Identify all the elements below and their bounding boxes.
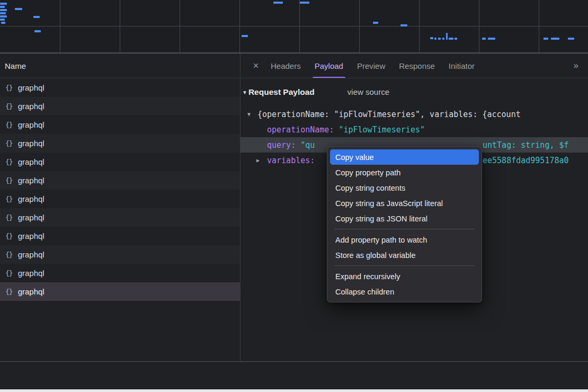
braces-icon: {} — [5, 158, 13, 166]
request-row[interactable]: {}graphql — [0, 190, 240, 208]
view-source-link[interactable]: view source — [348, 87, 389, 96]
request-name: graphql — [18, 269, 44, 278]
braces-icon: {} — [5, 195, 13, 203]
overview-activity-bar — [446, 33, 448, 40]
overview-activity-bar — [438, 38, 441, 40]
property-key: variables: — [267, 156, 315, 165]
context-menu-item[interactable]: Expand recursively — [330, 269, 479, 284]
braces-icon: {} — [5, 251, 13, 259]
section-twisty-icon[interactable]: ▼ — [242, 90, 247, 95]
context-menu-separator — [334, 229, 475, 229]
context-menu-item[interactable]: Copy string contents — [330, 180, 479, 195]
context-menu-item[interactable]: Add property path to watch — [330, 232, 479, 247]
context-menu-item[interactable]: Store as global variable — [330, 247, 479, 263]
request-name: graphql — [18, 250, 44, 259]
context-menu-item[interactable]: Copy string as JavaScript literal — [330, 195, 479, 211]
close-icon[interactable]: × — [248, 60, 264, 72]
overview-activity-bar — [373, 22, 378, 24]
overview-grid-line — [299, 0, 300, 52]
request-row[interactable]: {}graphql — [0, 264, 240, 282]
request-list: {}graphql{}graphql{}graphql{}graphql{}gr… — [0, 78, 240, 361]
request-row[interactable]: {}graphql — [0, 97, 240, 115]
overview-activity-bar — [455, 38, 457, 40]
overview-activity-bar — [33, 16, 40, 18]
tab-preview[interactable]: Preview — [350, 54, 392, 78]
braces-icon: {} — [5, 102, 13, 110]
tab-initiator[interactable]: Initiator — [442, 54, 482, 78]
main-area: Name {}graphql{}graphql{}graphql{}graphq… — [0, 54, 588, 361]
request-name: graphql — [18, 83, 44, 92]
overview-activity-bar — [551, 38, 559, 40]
request-payload-section-header: ▼ Request Payload view source — [240, 87, 588, 106]
property-value: "qu — [300, 140, 315, 150]
twisty-expanded-icon[interactable]: ▼ — [247, 111, 251, 117]
request-row[interactable]: {}graphql — [0, 245, 240, 264]
overview-activity-bar — [0, 9, 7, 11]
request-row[interactable]: {}graphql — [0, 282, 240, 301]
overview-grid-line — [419, 0, 420, 52]
tab-headers[interactable]: Headers — [264, 54, 308, 78]
status-bar — [0, 361, 588, 389]
overview-activity-bar — [34, 30, 41, 32]
braces-icon: {} — [5, 269, 13, 277]
context-menu-separator — [334, 265, 475, 266]
request-row[interactable]: {}graphql — [0, 171, 240, 190]
context-menu-item[interactable]: Copy property path — [330, 165, 479, 180]
network-overview[interactable] — [0, 0, 588, 54]
request-row[interactable]: {}graphql — [0, 227, 240, 245]
request-row[interactable]: {}graphql — [0, 153, 240, 171]
context-menu-item[interactable]: Collapse children — [330, 284, 479, 299]
tab-response[interactable]: Response — [392, 54, 442, 78]
request-name: graphql — [18, 287, 44, 296]
request-row[interactable]: {}graphql — [0, 134, 240, 153]
context-menu-item[interactable]: Copy value — [330, 149, 479, 165]
name-column-header[interactable]: Name — [0, 54, 240, 78]
request-name: graphql — [18, 102, 44, 111]
overview-grid-line — [539, 0, 539, 52]
overview-grid-line — [120, 0, 120, 52]
overview-activity-bar — [300, 2, 309, 4]
detail-tabs: × HeadersPayloadPreviewResponseInitiator… — [240, 54, 588, 78]
overview-activity-bar — [0, 15, 7, 17]
overview-activity-bar — [0, 6, 5, 8]
overview-activity-bar — [568, 38, 574, 40]
overview-activity-bar — [15, 8, 22, 10]
request-name: graphql — [18, 139, 44, 148]
overview-grid-line — [60, 0, 60, 52]
request-row[interactable]: {}graphql — [0, 115, 240, 134]
overview-activity-bar — [442, 38, 444, 40]
request-row[interactable]: {}graphql — [0, 208, 240, 227]
request-list-pane: Name {}graphql{}graphql{}graphql{}graphq… — [0, 54, 240, 361]
tree-row-operationname[interactable]: operationName:"ipFlowTimeseries" — [240, 122, 588, 137]
object-preview: {operationName: "ipFlowTimeseries", vari… — [257, 110, 521, 119]
braces-icon: {} — [5, 176, 13, 184]
overview-activity-bar — [0, 12, 6, 14]
context-menu-item[interactable]: Copy string as JSON literal — [330, 211, 479, 226]
overview-grid-line — [239, 0, 240, 52]
overview-activity-bar — [544, 38, 548, 40]
request-name: graphql — [18, 194, 44, 203]
braces-icon: {} — [5, 121, 13, 129]
request-row[interactable]: {}graphql — [0, 78, 240, 97]
overview-activity-bar — [482, 38, 486, 40]
tab-payload[interactable]: Payload — [308, 54, 350, 78]
braces-icon: {} — [5, 232, 13, 240]
overview-activity-bar — [242, 35, 248, 37]
overview-activity-bar — [430, 37, 433, 39]
overview-grid-line — [359, 0, 360, 52]
more-tabs-icon[interactable]: » — [574, 60, 578, 71]
overview-activity-bar — [434, 38, 436, 40]
overview-activity-bar — [449, 38, 453, 40]
request-name: graphql — [18, 120, 44, 129]
overview-grid-line — [180, 0, 180, 52]
request-name: graphql — [18, 157, 44, 166]
property-value: "ipFlowTimeseries" — [338, 125, 425, 135]
overview-grid-line — [479, 0, 479, 52]
request-name: graphql — [18, 231, 44, 240]
braces-icon: {} — [5, 213, 13, 221]
overview-activity-bar — [400, 24, 407, 26]
tree-row-root[interactable]: ▼ {operationName: "ipFlowTimeseries", va… — [240, 106, 588, 122]
name-column-label: Name — [5, 61, 26, 70]
property-key: operationName: — [267, 125, 334, 135]
twisty-collapsed-icon[interactable]: ▶ — [256, 157, 260, 163]
